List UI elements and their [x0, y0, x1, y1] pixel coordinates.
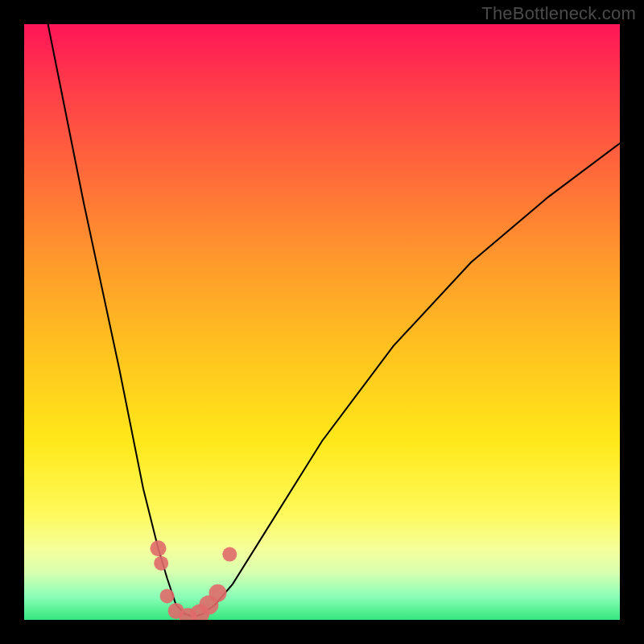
bottleneck-curve	[48, 24, 620, 617]
chart-frame: TheBottleneck.com	[0, 0, 644, 644]
watermark-text: TheBottleneck.com	[481, 3, 636, 24]
marker-group	[151, 540, 237, 620]
curve-marker	[209, 584, 227, 602]
curve-marker	[222, 547, 237, 562]
curve-marker	[154, 556, 168, 571]
curve-layer	[24, 24, 620, 620]
curve-marker	[151, 540, 167, 556]
plot-area	[24, 24, 620, 620]
curve-marker	[160, 588, 175, 603]
